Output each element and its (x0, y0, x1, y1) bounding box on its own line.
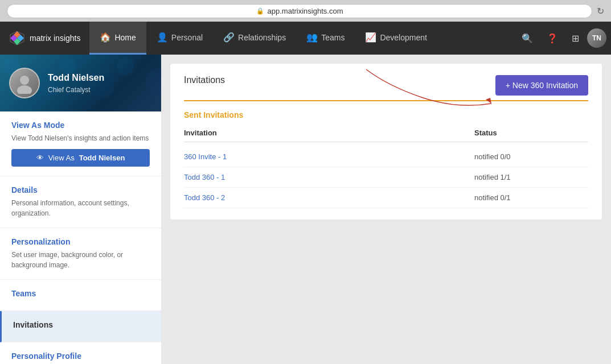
sidebar-profile: Todd Nielsen Chief Catalyst (0, 55, 161, 111)
table-row: 360 Invite - 1 notified 0/0 (184, 147, 588, 167)
nav-item-development[interactable]: 📈 Development (355, 22, 437, 55)
personality-profile-title[interactable]: Personality Profile (11, 351, 150, 361)
avatar-placeholder: TN (587, 28, 606, 48)
main-layout: Todd Nielsen Chief Catalyst View As Mode… (0, 55, 611, 364)
profile-avatar-svg (14, 72, 35, 94)
sidebar-teams-section: Teams (0, 280, 161, 311)
personal-icon: 👤 (157, 32, 168, 43)
sidebar-view-as-section: View As Mode View Todd Nielsen's insight… (0, 111, 161, 176)
reload-button[interactable]: ↻ (597, 6, 604, 16)
content-card: Invitations + New 360 Invitation Sent In… (170, 64, 602, 220)
content-area: Invitations + New 360 Invitation Sent In… (161, 55, 611, 364)
nav-item-personal[interactable]: 👤 Personal (146, 22, 213, 55)
profile-photo (9, 68, 40, 98)
table-row: Todd 360 - 2 notified 0/1 (184, 188, 588, 208)
sidebar-details-section: Details Personal information, account se… (0, 176, 161, 228)
nav-personal-label: Personal (171, 33, 203, 42)
invitations-title[interactable]: Invitations (13, 320, 150, 329)
teams-icon: 👥 (306, 32, 318, 43)
sidebar: Todd Nielsen Chief Catalyst View As Mode… (0, 55, 161, 364)
sent-invitations-subtitle: Sent Invitations (184, 110, 588, 119)
sidebar-invitations-section: Invitations (0, 311, 161, 342)
profile-title: Chief Catalyst (48, 86, 104, 94)
svg-point-1 (20, 76, 29, 85)
card-divider (184, 100, 588, 101)
nav-item-home[interactable]: 🏠 Home (89, 22, 146, 55)
details-title[interactable]: Details (11, 185, 150, 195)
arrow-annotation (355, 64, 497, 115)
teams-title[interactable]: Teams (11, 289, 150, 298)
view-as-mode-title[interactable]: View As Mode (11, 121, 150, 130)
user-avatar[interactable]: TN (587, 28, 606, 48)
logo-icon (9, 30, 25, 46)
nav-right: 🔍 ❓ ⊞ TN (516, 22, 611, 55)
home-icon: 🏠 (100, 32, 111, 43)
browser-chrome: 🔒 app.matrixinsights.com ↻ (0, 0, 611, 22)
sidebar-personalization-section: Personalization Set user image, backgrou… (0, 228, 161, 280)
nav-logo: matrix insights (0, 22, 89, 55)
annotation-area: + New 360 Invitation (495, 75, 588, 96)
personalization-desc: Set user image, background color, or bac… (11, 250, 150, 270)
grid-button[interactable]: ⊞ (566, 28, 585, 48)
invitations-list: 360 Invite - 1 notified 0/0 Todd 360 - 1… (184, 147, 588, 208)
search-button[interactable]: 🔍 (516, 28, 539, 48)
details-desc: Personal information, account settings, … (11, 198, 150, 218)
card-title: Invitations (184, 75, 225, 85)
col-header-invitation: Invitation (184, 129, 474, 137)
table-row: Todd 360 - 1 notified 1/1 (184, 167, 588, 188)
invitation-link-2[interactable]: Todd 360 - 1 (184, 173, 474, 181)
logo-text: matrix insights (30, 34, 80, 43)
invitation-link-3[interactable]: Todd 360 - 2 (184, 193, 474, 202)
help-button[interactable]: ❓ (541, 28, 564, 48)
eye-icon: 👁 (36, 154, 44, 162)
profile-photo-inner (10, 69, 39, 97)
top-nav: matrix insights 🏠 Home 👤 Personal 🔗 Rela… (0, 22, 611, 55)
status-2: notified 1/1 (474, 173, 588, 181)
view-as-button[interactable]: 👁 View As Todd Nielsen (11, 149, 150, 167)
development-icon: 📈 (365, 32, 376, 43)
nav-item-relationships[interactable]: 🔗 Relationships (213, 22, 296, 55)
relationships-icon: 🔗 (223, 32, 235, 43)
card-header: Invitations + New 360 Invitation (184, 75, 588, 96)
nav-item-teams[interactable]: 👥 Teams (296, 22, 355, 55)
view-as-btn-name: Todd Nielsen (79, 154, 125, 162)
nav-development-label: Development (380, 33, 427, 42)
nav-home-label: Home (114, 33, 136, 42)
profile-name: Todd Nielsen (48, 72, 104, 84)
table-header: Invitation Status (184, 129, 588, 142)
col-header-status: Status (474, 129, 588, 137)
svg-point-2 (17, 85, 32, 94)
nav-teams-label: Teams (321, 33, 345, 42)
url-text: app.matrixinsights.com (268, 7, 343, 15)
address-bar[interactable]: 🔒 app.matrixinsights.com (7, 4, 592, 18)
lock-icon: 🔒 (256, 7, 264, 15)
status-1: notified 0/0 (474, 152, 588, 161)
sidebar-personality-section: Personality Profile (0, 342, 161, 364)
new-invitation-button[interactable]: + New 360 Invitation (495, 75, 588, 96)
invitation-link-1[interactable]: 360 Invite - 1 (184, 152, 474, 161)
profile-info: Todd Nielsen Chief Catalyst (48, 72, 104, 94)
view-as-mode-desc: View Todd Nielsen's insights and action … (11, 133, 150, 143)
nav-relationships-label: Relationships (238, 33, 286, 42)
status-3: notified 0/1 (474, 193, 588, 202)
personalization-title[interactable]: Personalization (11, 237, 150, 246)
view-as-btn-label: View As (48, 154, 75, 162)
